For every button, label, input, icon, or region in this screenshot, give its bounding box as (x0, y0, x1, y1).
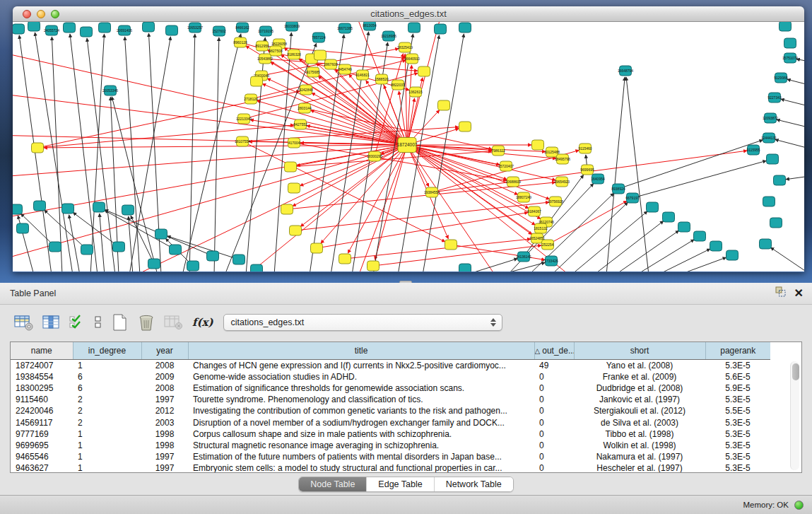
table-row[interactable]: 1830029562008Estimation of significance … (11, 382, 770, 394)
table-cell[interactable]: 6 (73, 371, 141, 382)
graph-node[interactable] (122, 205, 134, 215)
column-header-year[interactable]: year (141, 342, 188, 359)
graph-node[interactable] (435, 24, 447, 34)
graph-node[interactable] (784, 38, 796, 48)
graph-node[interactable] (143, 22, 155, 32)
table-cell[interactable]: 18724007 (11, 359, 73, 371)
table-cell[interactable]: Structural magnetic resonance image aver… (188, 440, 534, 451)
table-cell[interactable]: 5.6E-5 (705, 371, 770, 382)
tab-network-table[interactable]: Network Table (434, 477, 513, 491)
table-cell[interactable]: Investigating the contribution of common… (188, 405, 534, 416)
graph-node[interactable] (367, 261, 379, 271)
table-cell[interactable]: Hescheler et al. (1997) (574, 462, 705, 473)
tab-edge-table[interactable]: Edge Table (366, 477, 433, 491)
graph-node[interactable] (207, 251, 219, 261)
table-scrollbar-thumb[interactable] (792, 363, 799, 380)
table-cell[interactable]: 0 (534, 428, 574, 440)
table-cell[interactable]: 2 (73, 394, 141, 405)
table-options-button[interactable] (14, 314, 34, 331)
graph-node[interactable] (170, 245, 182, 255)
table-cell[interactable]: Tibbo et al. (1998) (574, 428, 705, 440)
table-cell[interactable]: 5.3E-5 (705, 359, 770, 371)
table-cell[interactable]: 1998 (141, 428, 188, 440)
table-cell[interactable]: 0 (534, 440, 574, 451)
graph-node[interactable] (251, 76, 263, 86)
graph-node[interactable] (694, 231, 706, 241)
table-row[interactable]: 1872400712008Changes of HCN gene express… (11, 359, 770, 371)
graph-node[interactable] (285, 162, 297, 172)
graph-node[interactable] (311, 243, 323, 253)
column-header-pagerank[interactable]: pagerank (705, 342, 770, 359)
table-cell[interactable]: 1997 (141, 451, 188, 462)
table-cell[interactable]: 9115460 (11, 394, 73, 405)
table-cell[interactable]: 5.3E-5 (705, 417, 770, 428)
graph-node[interactable] (726, 250, 739, 260)
float-panel-icon[interactable] (775, 286, 786, 300)
table-cell[interactable]: 1997 (141, 462, 188, 473)
table-cell[interactable]: 19384554 (11, 371, 73, 382)
table-cell[interactable]: 1 (73, 359, 141, 371)
table-cell[interactable]: Disruption of a novel member of a sodium… (188, 417, 534, 428)
graph-node[interactable] (28, 22, 40, 31)
graph-node[interactable] (81, 245, 93, 255)
table-cell[interactable]: 9699695 (11, 440, 73, 451)
table-cell[interactable]: 9465546 (11, 451, 73, 462)
table-cell[interactable]: 22420046 (11, 405, 73, 416)
column-header-in-degree[interactable]: in_degree (73, 342, 141, 359)
table-cell[interactable]: Jankovic et al. (1997) (574, 394, 705, 405)
table-cell[interactable]: 2003 (141, 417, 188, 428)
table-cell[interactable]: 49 (534, 359, 574, 371)
graph-node[interactable] (663, 212, 675, 222)
table-cell[interactable]: 0 (534, 405, 574, 416)
table-cell[interactable]: 1998 (141, 440, 188, 451)
graph-node[interactable] (288, 183, 300, 193)
table-row[interactable]: 2242004622012Investigating the contribut… (11, 405, 770, 416)
graph-node[interactable] (113, 242, 125, 252)
graph-node[interactable] (81, 27, 93, 37)
graph-node[interactable] (17, 223, 29, 233)
graph-node[interactable] (187, 261, 199, 271)
graph-node[interactable] (418, 66, 430, 76)
table-cell[interactable]: 0 (534, 371, 574, 382)
table-cell[interactable]: 2 (73, 405, 141, 416)
table-row[interactable]: 969969511998Structural magnetic resonanc… (11, 440, 770, 451)
graph-node[interactable] (34, 201, 46, 211)
table-cell[interactable]: 1 (73, 462, 141, 473)
table-cell[interactable]: Corpus callosum shape and size in male p… (188, 428, 534, 440)
graph-node[interactable] (13, 204, 23, 214)
graph-node[interactable] (760, 239, 772, 249)
graph-node[interactable] (233, 255, 245, 264)
table-cell[interactable]: Nakamura et al. (1997) (574, 451, 705, 462)
table-cell[interactable]: 0 (534, 417, 574, 428)
table-cell[interactable]: de Silva et al. (2003) (574, 417, 705, 428)
graph-node[interactable] (339, 254, 351, 264)
select-columns-button[interactable] (42, 314, 61, 331)
table-cell[interactable]: Genome-wide association studies in ADHD. (188, 371, 534, 382)
graph-node[interactable] (779, 22, 792, 31)
table-cell[interactable]: Tourette syndrome. Phenomenology and cla… (188, 394, 534, 405)
graph-node[interactable] (767, 154, 779, 164)
table-cell[interactable]: 18300295 (11, 382, 73, 394)
table-cell[interactable]: 1997 (141, 394, 188, 405)
graph-node[interactable] (459, 264, 471, 271)
row-selection-button[interactable] (93, 314, 103, 331)
graph-node[interactable] (678, 222, 690, 232)
graph-node[interactable] (148, 259, 160, 269)
table-row[interactable]: 977716911998Corpus callosum shape and si… (11, 428, 770, 440)
graph-node[interactable] (774, 175, 786, 185)
table-cell[interactable]: Yano et al. (2008) (574, 359, 705, 371)
table-cell[interactable]: Stergiakouli et al. (2012) (574, 405, 705, 416)
table-cell[interactable]: 5.9E-5 (705, 382, 770, 394)
table-cell[interactable]: 5.3E-5 (705, 428, 770, 440)
graph-node[interactable] (459, 23, 471, 33)
graph-node[interactable] (459, 122, 471, 132)
table-cell[interactable]: 1 (73, 428, 141, 440)
table-cell[interactable]: 9777169 (11, 428, 73, 440)
graph-node[interactable] (647, 202, 659, 212)
graph-node[interactable] (408, 23, 420, 33)
graph-node[interactable] (99, 23, 111, 33)
table-cell[interactable]: Changes of HCN gene expression and I(f) … (188, 359, 534, 371)
delete-column-button[interactable] (137, 313, 155, 332)
table-cell[interactable]: Dudbridge et al. (2008) (574, 382, 705, 394)
table-cell[interactable]: 1 (73, 451, 141, 462)
